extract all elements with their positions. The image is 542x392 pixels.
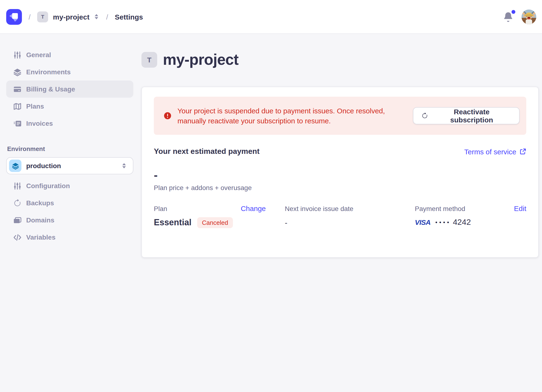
sidebar-item-label: Domains [26, 216, 54, 224]
payment-method-value: VISA •••• 4242 [415, 217, 526, 228]
topbar: / T my-project / Settings [0, 0, 542, 34]
sidebar-item-invoices[interactable]: Invoices [6, 115, 133, 132]
project-initial-badge: T [37, 11, 48, 22]
app: / T my-project / Settings [0, 0, 542, 392]
notifications-button[interactable] [503, 11, 513, 22]
sidebar-item-backups[interactable]: Backups [6, 194, 133, 212]
billing-card: Your project is suspended due to payment… [141, 87, 539, 258]
alert-message: Your project is suspended due to payment… [177, 106, 413, 126]
sliders-icon [13, 51, 22, 59]
sidebar-item-billing-usage[interactable]: Billing & Usage [6, 81, 133, 98]
sort-arrows-icon [93, 13, 100, 20]
main-content: T my-project Your project is suspended d… [140, 34, 542, 392]
invoice-date-label: Next invoice issue date [285, 204, 380, 213]
sidebar-item-configuration[interactable]: Configuration [6, 177, 133, 194]
payment-heading-row: Your next estimated payment Terms of ser… [154, 147, 526, 156]
map-icon [13, 102, 22, 110]
credit-card-icon [13, 85, 22, 93]
estimated-amount: - [154, 169, 526, 181]
refresh-icon [422, 112, 428, 119]
strapi-cloud-logo[interactable] [6, 9, 22, 25]
page-body: General Environments Billing & Usage [0, 34, 542, 392]
environment-icon-badge [9, 160, 22, 172]
visa-logo: VISA [415, 217, 431, 228]
invoice-column: Next invoice issue date - [285, 204, 380, 228]
sidebar-item-label: Variables [26, 233, 55, 241]
reactivate-button-label: Reactivate subscription [432, 108, 511, 124]
edit-payment-link[interactable]: Edit [514, 204, 526, 213]
environment-nav: Configuration Backups Domains [6, 177, 133, 246]
settings-sidebar: General Environments Billing & Usage [0, 34, 140, 392]
external-link-icon [520, 148, 526, 155]
breadcrumb-settings[interactable]: Settings [115, 13, 143, 21]
sidebar-item-label: Billing & Usage [26, 85, 75, 93]
invoice-icon [13, 119, 22, 127]
suspension-alert: Your project is suspended due to payment… [154, 97, 526, 135]
card-masked-digits: •••• [435, 217, 451, 228]
amount-formula: Plan price + addons + overusage [154, 183, 526, 192]
sidebar-item-label: Plans [26, 102, 44, 110]
folder-icon [13, 216, 22, 224]
sidebar-item-label: Invoices [26, 120, 53, 127]
sliders-icon [13, 182, 22, 190]
sidebar-item-general[interactable]: General [6, 46, 133, 63]
reactivate-subscription-button[interactable]: Reactivate subscription [413, 107, 520, 124]
next-payment-heading: Your next estimated payment [154, 147, 260, 156]
sidebar-item-label: Environments [26, 68, 71, 76]
terms-link-label: Terms of service [464, 147, 516, 156]
sidebar-item-variables[interactable]: Variables [6, 229, 133, 246]
plan-column: Plan Change Essential Canceled [154, 204, 266, 228]
environment-value: production [26, 162, 61, 169]
sidebar-item-label: General [26, 51, 51, 59]
user-avatar[interactable] [521, 9, 536, 24]
refresh-icon [13, 199, 22, 207]
environment-select[interactable]: production [6, 157, 133, 174]
sidebar-item-environments[interactable]: Environments [6, 63, 133, 81]
sidebar-item-label: Configuration [26, 182, 70, 190]
breadcrumb-separator: / [29, 13, 31, 21]
card-last4: 4242 [453, 217, 471, 228]
environment-section-label: Environment [7, 145, 133, 152]
sidebar-item-plans[interactable]: Plans [6, 98, 133, 115]
notification-dot [511, 10, 515, 14]
select-arrows-icon [121, 163, 127, 169]
layers-icon [12, 162, 19, 169]
error-icon [164, 112, 171, 120]
page-title: my-project [163, 51, 238, 69]
invoice-date-value: - [285, 218, 380, 228]
plan-status-badge: Canceled [197, 217, 233, 228]
breadcrumb-project-name: my-project [53, 13, 89, 21]
sidebar-item-domains[interactable]: Domains [6, 212, 133, 229]
breadcrumb-separator: / [106, 13, 108, 21]
project-header: T my-project [141, 51, 539, 69]
layers-icon [13, 68, 22, 76]
avatar-image [521, 9, 536, 24]
plan-name: Essential [154, 217, 191, 228]
change-plan-link[interactable]: Change [241, 204, 266, 213]
code-icon [13, 233, 22, 241]
payment-method-column: Payment method Edit VISA •••• 4242 [415, 204, 526, 228]
project-initial-badge: T [141, 52, 157, 68]
payment-method-label: Payment method [415, 204, 465, 213]
sidebar-item-label: Backups [26, 199, 54, 207]
billing-details-row: Plan Change Essential Canceled Next invo… [154, 204, 526, 228]
plan-label: Plan [154, 204, 167, 213]
topbar-actions [503, 9, 536, 24]
terms-of-service-link[interactable]: Terms of service [464, 147, 526, 156]
breadcrumb-project-switcher[interactable]: T my-project [37, 11, 99, 22]
